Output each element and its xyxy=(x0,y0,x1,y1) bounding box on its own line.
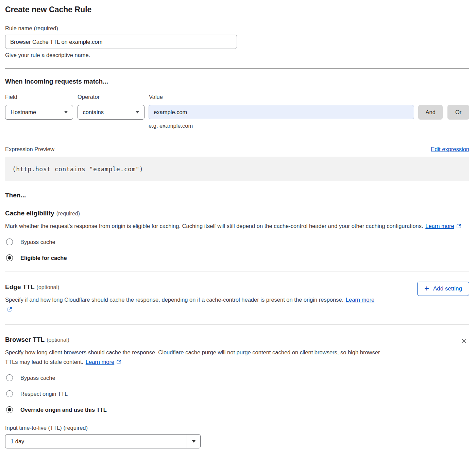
ttl-input-label: Input time-to-live (TTL) (required) xyxy=(5,424,469,431)
value-input[interactable] xyxy=(149,105,414,119)
rule-name-helper: Give your rule a descriptive name. xyxy=(5,52,469,58)
external-link-icon xyxy=(456,222,461,231)
field-label: Field xyxy=(5,93,73,100)
edge-ttl-qualifier: (optional) xyxy=(37,284,60,290)
expression-preview-label: Expression Preview xyxy=(5,146,54,153)
browser-ttl-qualifier: (optional) xyxy=(47,337,69,343)
ttl-select-arrow[interactable] xyxy=(187,435,200,448)
radio-bypass-cache[interactable]: Bypass cache xyxy=(6,238,469,245)
page-title: Create new Cache Rule xyxy=(5,0,469,14)
match-column-labels: Field Operator Value xyxy=(5,93,469,100)
operator-label: Operator xyxy=(78,93,145,100)
operator-select-value: contains xyxy=(83,109,104,116)
browser-ttl-description: Specify how long client browsers should … xyxy=(5,348,381,367)
close-icon xyxy=(461,338,467,344)
edge-ttl-description: Specify if and how long Cloudflare shoul… xyxy=(5,295,381,315)
learn-more-link[interactable]: Learn more xyxy=(346,297,374,303)
expression-preview-header: Expression Preview Edit expression xyxy=(5,146,469,153)
value-label: Value xyxy=(149,93,163,100)
external-link-icon xyxy=(7,305,12,315)
edge-ttl-title: Edge TTL xyxy=(5,283,35,291)
browser-ttl-title: Browser TTL xyxy=(5,336,45,343)
value-helper: e.g. example.com xyxy=(149,123,469,129)
radio-eligible-for-cache[interactable]: Eligible for cache xyxy=(6,254,469,261)
chevron-down-icon xyxy=(64,111,68,113)
then-heading: Then... xyxy=(5,191,469,199)
ttl-select-value: 1 day xyxy=(5,435,187,448)
browser-ttl-options: Bypass cache Respect origin TTL Override… xyxy=(5,374,469,413)
section-divider xyxy=(5,68,469,69)
radio-bypass-cache[interactable]: Bypass cache xyxy=(6,374,469,381)
edit-expression-link[interactable]: Edit expression xyxy=(431,146,469,153)
chevron-down-icon xyxy=(192,440,196,443)
operator-select[interactable]: contains xyxy=(78,105,145,120)
cache-eligibility-header: Cache eligibility (required) xyxy=(5,209,469,217)
ttl-select[interactable]: 1 day xyxy=(5,434,201,448)
section-divider xyxy=(5,271,469,271)
cache-eligibility-description: Mark whether the request’s response from… xyxy=(5,221,464,231)
section-divider xyxy=(5,324,469,325)
edge-ttl-header: Edge TTL (optional) Specify if and how l… xyxy=(5,282,469,315)
rule-name-input[interactable] xyxy=(5,35,237,49)
plus-icon: + xyxy=(424,284,429,293)
radio-button-icon[interactable] xyxy=(6,406,13,413)
radio-button-icon[interactable] xyxy=(6,390,13,397)
match-heading: When incoming requests match... xyxy=(5,77,469,85)
browser-ttl-header: Browser TTL (optional) xyxy=(5,336,469,347)
radio-button-icon[interactable] xyxy=(6,238,13,245)
add-setting-button[interactable]: + Add setting xyxy=(417,282,469,296)
chevron-down-icon xyxy=(136,111,139,113)
learn-more-link[interactable]: Learn more xyxy=(425,223,454,229)
rule-name-label: Rule name (required) xyxy=(5,25,469,32)
field-select[interactable]: Hostname xyxy=(5,105,73,120)
and-button[interactable]: And xyxy=(418,105,443,120)
remove-browser-ttl-button[interactable] xyxy=(459,336,469,347)
learn-more-link[interactable]: Learn more xyxy=(86,359,114,365)
radio-button-icon[interactable] xyxy=(6,374,13,381)
radio-button-icon[interactable] xyxy=(6,254,13,261)
or-button[interactable]: Or xyxy=(447,105,469,120)
cache-eligibility-options: Bypass cache Eligible for cache xyxy=(5,238,469,261)
expression-preview-code: (http.host contains "example.com") xyxy=(5,157,469,181)
radio-override-origin-ttl[interactable]: Override origin and use this TTL xyxy=(6,406,469,413)
cache-eligibility-title: Cache eligibility xyxy=(5,209,54,217)
radio-respect-origin-ttl[interactable]: Respect origin TTL xyxy=(6,390,469,397)
external-link-icon xyxy=(116,358,121,367)
field-select-value: Hostname xyxy=(11,109,36,116)
expression-code-text: (http.host contains "example.com") xyxy=(12,165,143,173)
cache-eligibility-qualifier: (required) xyxy=(56,211,80,217)
match-condition-row: Hostname contains And Or xyxy=(5,105,469,120)
create-cache-rule-form: Create new Cache Rule Rule name (require… xyxy=(5,0,469,448)
